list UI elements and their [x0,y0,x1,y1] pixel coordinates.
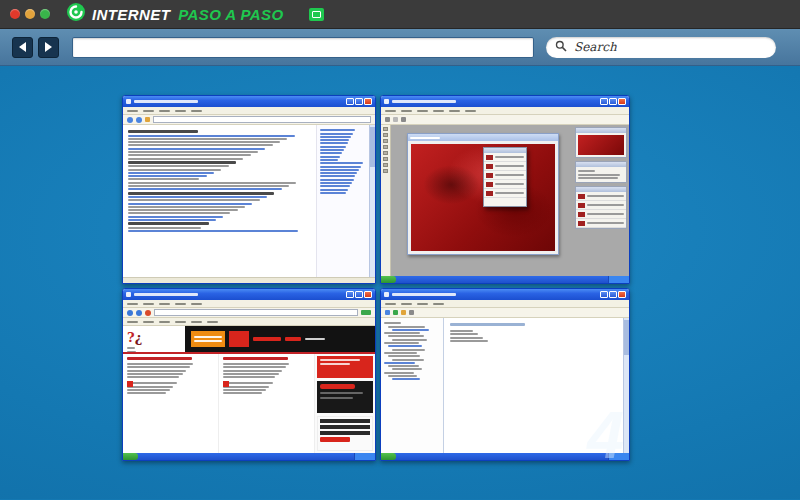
header-edit-badge[interactable] [309,8,324,21]
brand-logo[interactable]: INTERNET PASO A PASO [66,2,283,26]
website-columns [123,354,375,453]
menu-bar [123,300,375,308]
search-input[interactable] [572,39,767,55]
forward-button[interactable] [38,37,59,58]
back-button[interactable] [12,37,33,58]
sidebar-rail [315,354,375,453]
floating-palette [483,147,527,207]
window-titlebar [123,289,375,300]
start-button [381,453,396,460]
start-button [381,276,396,283]
question-mark-icon: ? [127,330,135,345]
screenshot-window-explorer [380,288,630,461]
forward-arrow-icon [45,42,52,52]
navigator-preview [578,135,624,155]
scrollbar [369,125,375,277]
red-bullet-icon [127,381,133,387]
website-body: ?¿ [123,326,375,453]
menu-bar [381,107,629,115]
article-column [219,354,315,453]
article-column [123,354,219,453]
layers-panel [575,186,627,229]
screenshot-window-article [122,95,376,284]
status-bar [123,277,375,283]
address-field-skeleton [154,309,358,316]
windows-taskbar [381,276,629,283]
window-control-dots [10,9,50,19]
brand-text-green: PASO A PASO [178,6,283,23]
color-panel [575,161,627,183]
start-button [123,453,138,460]
orange-promo-box [191,331,225,347]
edit-icon [312,11,321,18]
maximize-button [355,98,363,105]
tool-palette [381,125,391,276]
close-button [618,291,626,298]
website-logo: ?¿ [123,326,185,352]
system-tray [354,453,375,460]
content-area: ?¿ [0,66,800,499]
bookmarks-bar [123,318,375,326]
menu-bar [123,107,375,115]
window-icon [384,292,389,297]
red-button-skeleton [320,384,355,389]
tutorial-screenshot[interactable]: ?¿ [122,95,630,461]
minimize-button [600,291,608,298]
red-bullet-icon [223,381,229,387]
windows-taskbar [381,453,629,460]
window-buttons [600,291,626,298]
red-headline-bar [285,337,301,341]
window-icon [126,99,131,104]
maximize-dot-icon[interactable] [40,9,50,19]
back-arrow-icon [19,42,26,52]
screenshot-window-website: ?¿ [122,288,376,461]
photoshop-body [381,125,629,276]
options-bar [381,115,629,125]
window-title-skeleton [392,293,456,296]
red-heading-skeleton [127,357,192,360]
website-header: ?¿ [123,326,375,352]
red-headline-bar [253,337,281,341]
minimize-button [346,291,354,298]
search-icon [555,38,567,56]
explorer-content [444,318,623,453]
go-button-skeleton [361,310,371,315]
brand-swirl-icon [66,2,86,26]
brand-text-white: INTERNET [92,6,170,23]
window-icon [384,99,389,104]
window-title-skeleton [134,100,198,103]
minimize-button [600,98,608,105]
minimize-button [346,98,354,105]
article-body [123,125,375,277]
red-promo-box [229,331,249,347]
window-titlebar [381,96,629,107]
search-box[interactable] [546,37,776,58]
browser-toolbar [0,29,800,66]
article-text-skeleton [123,125,316,277]
maximize-button [609,98,617,105]
site-header: INTERNET PASO A PASO [0,0,800,29]
close-button [364,98,372,105]
palette-dock [573,125,629,276]
dark-ad-box [317,381,373,413]
window-title-skeleton [392,100,456,103]
content-header-skeleton [450,323,525,326]
submit-button-skeleton [320,437,350,442]
window-title-skeleton [134,293,198,296]
workspace [391,125,573,276]
system-tray [608,276,629,283]
close-button [364,291,372,298]
minimize-dot-icon[interactable] [25,9,35,19]
toolbar-strip [123,115,375,125]
red-ad-box [317,356,373,378]
screenshot-window-photoshop [380,95,630,284]
toolbar-strip [381,308,629,318]
folder-tree-skeleton [381,318,444,453]
window-titlebar [381,289,629,300]
system-tray [608,453,629,460]
address-input[interactable] [72,37,534,58]
close-dot-icon[interactable] [10,9,20,19]
window-icon [126,292,131,297]
close-button [618,98,626,105]
related-links-skeleton [316,125,369,277]
